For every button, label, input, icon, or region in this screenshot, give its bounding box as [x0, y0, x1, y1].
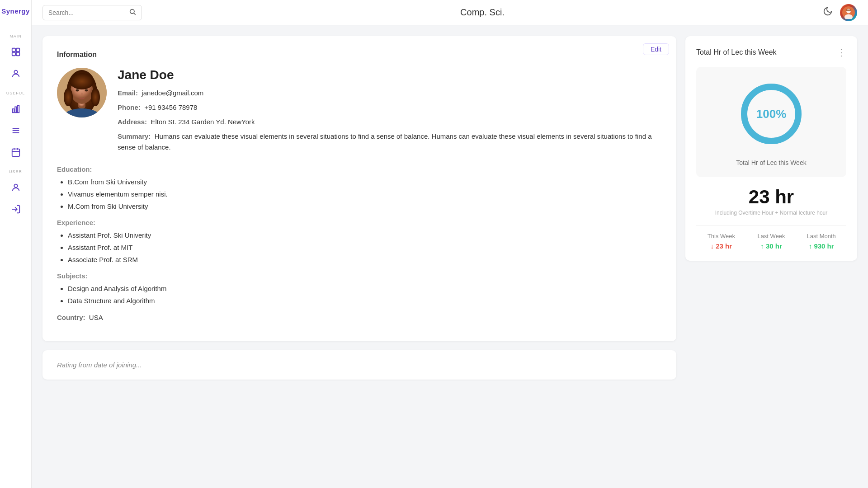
avatar[interactable] [840, 4, 857, 21]
sidebar-item-list[interactable] [6, 121, 25, 140]
phone-field: Phone: +91 93456 78978 [118, 102, 662, 113]
sidebar-logo: Synergy [1, 7, 30, 15]
svg-point-4 [14, 70, 17, 74]
this-week-value: 23 hr [696, 242, 746, 250]
header-title: Comp. Sci. [149, 7, 816, 18]
three-dots-menu[interactable]: ⋮ [837, 47, 846, 58]
svg-line-18 [134, 13, 136, 15]
stats-card-header: Total Hr of Lec this Week ⋮ [696, 47, 846, 58]
hours-display: 23 hr [696, 186, 846, 208]
subjects-list: Design and Analysis of Algorithm Data St… [57, 282, 662, 307]
svg-point-15 [14, 184, 17, 188]
svg-point-30 [76, 89, 79, 92]
list-item: B.Com from Ski University [68, 176, 662, 188]
list-item: Assistant Prof. Ski Univerity [68, 229, 662, 241]
svg-rect-7 [17, 106, 19, 113]
svg-point-31 [85, 89, 88, 92]
bottom-card: Rating from date of joining... [42, 350, 676, 380]
sidebar-item-calendar[interactable] [6, 143, 25, 162]
svg-point-17 [130, 9, 134, 13]
last-week-value: 30 hr [746, 242, 797, 250]
edit-button[interactable]: Edit [643, 43, 669, 55]
svg-rect-5 [12, 109, 14, 113]
main-area: Comp. Sci. Edit Info [32, 0, 868, 488]
svg-point-29 [91, 88, 100, 106]
svg-rect-3 [16, 52, 19, 56]
info-card: Edit Information [42, 36, 676, 341]
education-title: Education: [57, 165, 662, 173]
svg-point-27 [70, 73, 94, 89]
svg-rect-22 [846, 9, 851, 11]
svg-rect-11 [12, 149, 19, 157]
svg-point-32 [81, 93, 83, 95]
info-header: Jane Doe Email: janedoe@gmail.com Phone:… [57, 68, 662, 156]
sidebar-section-main: MAIN [0, 34, 31, 38]
header-actions [823, 4, 857, 21]
list-item: M.Com from Ski University [68, 200, 662, 212]
right-panel: Total Hr of Lec this Week ⋮ 100% [685, 36, 857, 477]
search-input[interactable] [48, 9, 125, 16]
stats-card: Total Hr of Lec this Week ⋮ 100% [685, 36, 857, 261]
list-item: Vivamus elementum semper nisi. [68, 188, 662, 200]
info-section-title: Information [57, 51, 662, 59]
svg-rect-2 [12, 52, 15, 56]
email-field: Email: janedoe@gmail.com [118, 88, 662, 99]
sidebar-item-logout[interactable] [6, 200, 25, 219]
person-name: Jane Doe [118, 68, 662, 82]
this-week-stat: This Week 23 hr [696, 233, 746, 250]
donut-container: 100% Total Hr of Lec this Week [696, 67, 846, 177]
svg-rect-1 [16, 48, 19, 52]
summary-field: Summary: Humans can evaluate these visua… [118, 131, 662, 153]
header: Comp. Sci. [32, 0, 868, 25]
experience-title: Experience: [57, 219, 662, 226]
sidebar-section-user: USER [0, 169, 31, 174]
donut-chart: 100% [735, 78, 807, 150]
hours-note: Including Overtime Hour + Normal lecture… [696, 210, 846, 216]
last-month-stat: Last Month 930 hr [796, 233, 846, 250]
sidebar-item-dashboard[interactable] [6, 42, 25, 61]
sidebar-item-user-profile[interactable] [6, 64, 25, 83]
list-item: Assistant Prof. at MIT [68, 241, 662, 253]
this-week-label: This Week [696, 233, 746, 239]
list-item: Data Structure and Algorithm [68, 295, 662, 307]
sidebar-item-account[interactable] [6, 178, 25, 197]
stats-card-title: Total Hr of Lec this Week [696, 48, 777, 56]
donut-percentage: 100% [756, 107, 787, 121]
person-info: Jane Doe Email: janedoe@gmail.com Phone:… [118, 68, 662, 156]
last-week-label: Last Week [746, 233, 797, 239]
svg-rect-0 [12, 48, 15, 52]
svg-point-28 [64, 88, 73, 106]
education-list: B.Com from Ski University Vivamus elemen… [57, 176, 662, 212]
last-month-value: 930 hr [796, 242, 846, 250]
week-stats: This Week 23 hr Last Week 30 hr Last Mon… [696, 225, 846, 250]
bottom-card-title: Rating from date of joining... [57, 361, 662, 369]
list-item: Associate Prof. at SRM [68, 253, 662, 266]
search-box[interactable] [42, 5, 142, 20]
search-icon[interactable] [129, 8, 136, 17]
country-field: Country: USA [57, 312, 662, 323]
subjects-title: Subjects: [57, 272, 662, 280]
experience-list: Assistant Prof. Ski Univerity Assistant … [57, 229, 662, 266]
donut-subtitle: Total Hr of Lec this Week [736, 159, 806, 166]
address-field: Address: Elton St. 234 Garden Yd. NewYor… [118, 117, 662, 127]
profile-photo [57, 68, 107, 117]
last-month-label: Last Month [796, 233, 846, 239]
dark-mode-icon[interactable] [823, 6, 833, 19]
sidebar: Synergy MAIN USEFUL [0, 0, 32, 488]
svg-rect-6 [15, 107, 17, 113]
sidebar-section-useful: USEFUL [0, 91, 31, 95]
last-week-stat: Last Week 30 hr [746, 233, 797, 250]
sidebar-item-analytics[interactable] [6, 99, 25, 118]
content-area: Edit Information [32, 25, 868, 488]
left-panel: Edit Information [42, 36, 676, 477]
list-item: Design and Analysis of Algorithm [68, 282, 662, 295]
